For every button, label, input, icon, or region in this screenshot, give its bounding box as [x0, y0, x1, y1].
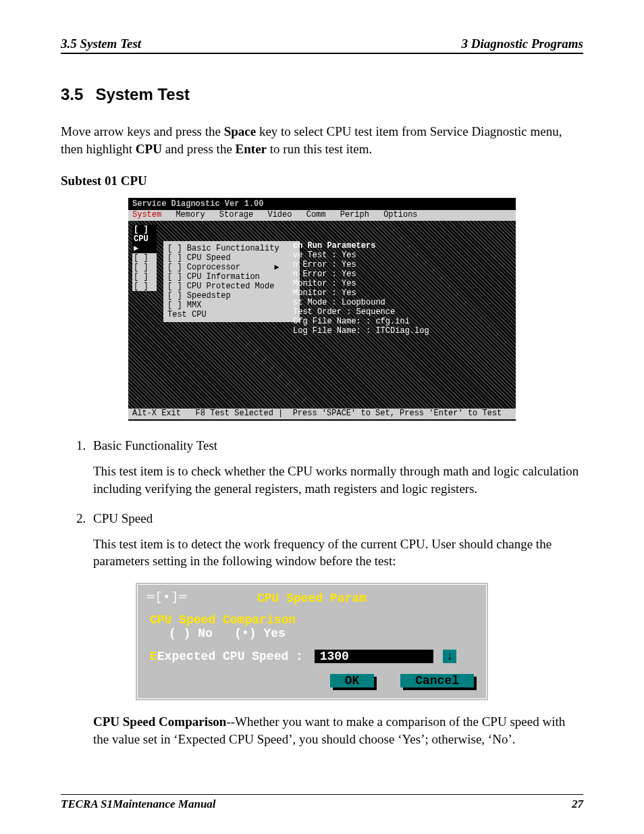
cancel-button[interactable]: Cancel [400, 674, 474, 687]
cpu-speedstep[interactable]: [ ] Speedstep [167, 291, 296, 301]
expected-cpu-speed-input[interactable]: 1300 [315, 650, 433, 663]
post-dialog-paragraph: CPU Speed Comparison--Whether you want t… [93, 713, 583, 748]
cpu-speed-dialog: ═[▪]═ CPU Speed Param CPU Speed Comparis… [135, 582, 489, 701]
header-left: 3.5 System Test [61, 36, 141, 51]
list-item: CPU Speed This test item is to detect th… [89, 511, 583, 748]
cpu-coprocessor[interactable]: [ ] Coprocessor ▶ [167, 263, 296, 272]
footer-right: 27 [572, 798, 583, 811]
li-text: This test item is to detect the work fre… [93, 536, 583, 570]
cpu-submenu[interactable]: [ ] Basic Functionality [ ] CPU Speed [ … [163, 241, 300, 322]
li-title: CPU Speed [93, 511, 153, 525]
menu-system[interactable]: System [132, 210, 161, 219]
bios-screenshot: Service Diagnostic Ver 1.00 System Memor… [128, 198, 516, 421]
header-right: 3 Diagnostic Programs [461, 36, 583, 51]
system-item-4[interactable]: [ ] [132, 282, 157, 291]
cpu-information[interactable]: [ ] CPU Information [167, 272, 296, 282]
li-title: Basic Functionality Test [93, 438, 217, 452]
section-title: 3.5System Test [61, 85, 583, 104]
cpu-test-cpu[interactable]: Test CPU [167, 310, 296, 319]
menu-video[interactable]: Video [267, 210, 292, 219]
page-header: 3.5 System Test 3 Diagnostic Programs [61, 36, 583, 54]
menu-memory[interactable]: Memory [176, 210, 205, 219]
system-item-1[interactable]: [ ] [132, 253, 157, 263]
footer-left: TECRA S1Maintenance Manual [61, 798, 216, 811]
system-cpu[interactable]: [ ] CPU ▶ [132, 225, 157, 253]
cpu-mmx[interactable]: [ ] MMX [167, 301, 296, 310]
bios-menubar[interactable]: System Memory Storage Video Comm Periph … [128, 210, 516, 221]
menu-periph[interactable]: Periph [340, 210, 369, 219]
intro-paragraph: Move arrow keys and press the Space key … [61, 123, 583, 157]
cpu-speed[interactable]: [ ] CPU Speed [167, 253, 296, 263]
spin-down-icon[interactable]: ↓ [443, 650, 456, 663]
dialog-title: CPU Speed Param [150, 592, 474, 605]
system-submenu[interactable]: [ ] CPU ▶ [ ] [ ] [ ] [ ] [132, 225, 157, 291]
bios-title: Service Diagnostic Ver 1.00 [128, 198, 516, 210]
menu-options[interactable]: Options [383, 210, 417, 219]
menu-storage[interactable]: Storage [219, 210, 253, 219]
test-item-list: Basic Functionality Test This test item … [89, 438, 583, 748]
cpu-protected-mode[interactable]: [ ] CPU Protected Mode [167, 282, 296, 291]
ok-button[interactable]: OK [330, 674, 375, 687]
page-footer: TECRA S1Maintenance Manual 27 [61, 794, 583, 811]
list-item: Basic Functionality Test This test item … [89, 438, 583, 497]
system-item-2[interactable]: [ ] [132, 263, 157, 272]
label-cpu-speed-comparison: CPU Speed Comparison [150, 613, 296, 627]
menu-comm[interactable]: Comm [306, 210, 326, 219]
params-title: ch Run Parameters [293, 241, 482, 251]
cpu-basic-func[interactable]: [ ] Basic Functionality [167, 244, 296, 253]
section-number: 3.5 [61, 85, 83, 103]
subtest-heading: Subtest 01 CPU [61, 174, 583, 188]
section-name: System Test [95, 85, 190, 103]
radio-no[interactable]: ( ) No [169, 627, 213, 640]
bios-body: [ ] CPU ▶ [ ] [ ] [ ] [ ] [ ] Basic Func… [128, 221, 516, 409]
label-expected-cpu-speed: Expected CPU Speed : [157, 650, 303, 663]
run-parameters-panel: ch Run Parameters ve Test : Yes n Error … [293, 241, 482, 336]
close-icon[interactable]: ═[▪]═ [147, 590, 187, 604]
li-text: This test item is to check whether the C… [93, 463, 583, 497]
radio-yes[interactable]: (•) Yes [234, 627, 286, 640]
system-item-3[interactable]: [ ] [132, 272, 157, 282]
bios-statusbar: Alt-X Exit F8 Test Selected | Press 'SPA… [128, 409, 516, 419]
